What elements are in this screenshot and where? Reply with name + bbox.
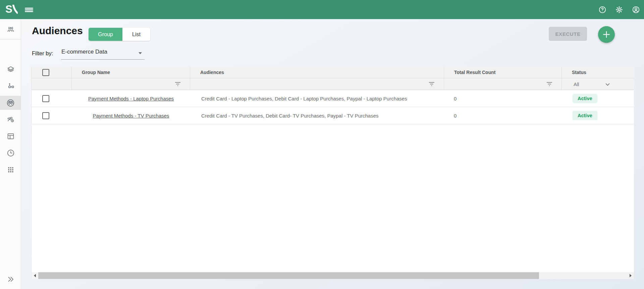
status-badge: Active [573,94,597,103]
help-icon[interactable] [598,6,606,14]
filter-by-label: Filter by: [32,49,53,58]
audiences-icon [6,98,15,107]
top-bar: S [0,0,644,19]
select-all-checkbox[interactable] [42,69,49,76]
group-name-link[interactable]: Payment Methods - TV Purchases [93,113,169,119]
sidebar-item-workflow[interactable] [0,79,21,93]
audiences-cell: Credit Card - Laptop Purchases, Debit Ca… [190,96,407,101]
team-schedule-icon [6,115,15,124]
connection-filter-select[interactable]: E-commerce Data [61,47,145,60]
scroll-right-button[interactable] [627,272,634,279]
double-chevron-right-icon [6,275,15,283]
sidebar-item-layers[interactable] [0,62,21,76]
brand-logo-letter: S [5,3,12,16]
filter-icon [546,82,553,86]
apps-grid-icon [7,166,15,174]
execute-button[interactable]: EXECUTE [549,27,587,41]
account-icon[interactable] [632,6,640,14]
total-result-count-cell: 0 [444,96,457,101]
scroll-right-icon [630,274,632,277]
status-filter-value: All [574,81,579,87]
table-header-row: Group Name Audiences Total Result Count … [32,67,634,78]
sidebar-item-team-schedule[interactable] [0,113,21,127]
column-header-group-name[interactable]: Group Name [72,67,190,78]
toggle-list-button[interactable]: List [122,28,150,41]
scroll-left-icon [34,274,36,277]
table-filter-row: All [32,78,634,90]
sidebar-item-history[interactable] [0,146,21,160]
column-header-status[interactable]: Status [562,67,634,78]
brand-logo: S [5,3,18,16]
sidebar-item-apps[interactable] [0,163,21,177]
horizontal-scrollbar[interactable] [32,272,634,279]
audiences-filter-button[interactable] [190,78,444,90]
layers-icon [6,65,15,74]
row-checkbox[interactable] [42,95,49,102]
workflow-icon [6,82,15,90]
sidebar-item-audiences[interactable] [0,96,21,110]
layout-table-icon [6,132,15,141]
filter-icon [428,82,435,86]
scrollbar-thumb[interactable] [38,272,539,279]
toggle-group-button[interactable]: Group [89,28,122,41]
connection-filter-value: E-commerce Data [61,49,107,55]
sidebar-item-users-group[interactable] [0,22,21,37]
view-toggle: Group List [89,28,150,41]
clock-icon [6,149,15,157]
total-result-count-cell: 0 [444,113,457,119]
audiences-cell: Credit Card - TV Purchases, Debit Card- … [190,113,379,119]
filter-icon [174,82,181,86]
sidebar-item-layout[interactable] [0,129,21,143]
sidebar-divider [0,39,21,40]
table-row: Payment Methods - Laptop Purchases Credi… [32,90,634,107]
audiences-table: Group Name Audiences Total Result Count … [31,67,634,279]
column-header-total-result-count[interactable]: Total Result Count [444,67,562,78]
table-row: Payment Methods - TV Purchases Credit Ca… [32,107,634,124]
sidebar-expand-button[interactable] [0,273,21,286]
sidebar [0,19,21,289]
hamburger-menu-icon[interactable] [25,8,33,12]
status-badge: Active [573,111,597,120]
page-title: Audiences [32,25,83,37]
status-filter-select[interactable]: All [562,78,634,90]
row-checkbox[interactable] [42,112,49,119]
brand-swoosh-icon [12,5,18,14]
column-header-audiences[interactable]: Audiences [190,67,444,78]
scroll-left-button[interactable] [32,272,38,279]
add-button[interactable] [598,26,615,43]
table-empty-area [32,124,634,272]
settings-icon[interactable] [615,6,623,14]
users-group-icon [6,25,15,34]
dropdown-arrow-icon [139,52,142,54]
total-result-count-filter-button[interactable] [444,78,562,90]
plus-icon [602,30,611,39]
group-name-filter-button[interactable] [72,78,190,90]
main-content: Audiences Group List EXECUTE Filter by: … [21,19,644,289]
chevron-down-icon [605,83,610,86]
group-name-link[interactable]: Payment Methods - Laptop Purchases [88,96,174,101]
